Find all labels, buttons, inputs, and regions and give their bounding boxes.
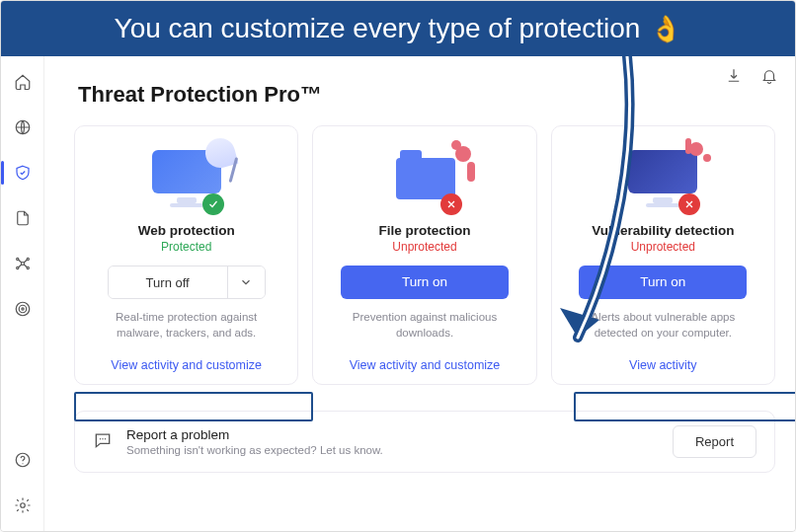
card-title: File protection	[331, 223, 517, 238]
report-button[interactable]: Report	[673, 425, 756, 458]
globe-icon	[14, 118, 32, 136]
status-protected: Protected	[93, 240, 279, 254]
target-icon	[14, 300, 32, 318]
card-description: Real-time protection against malware, tr…	[93, 309, 279, 341]
status-unprotected: Unprotected	[331, 240, 517, 254]
card-title: Vulnerability detection	[570, 223, 756, 238]
sidebar-item-home[interactable]	[9, 68, 37, 96]
file-protection-illustration	[331, 140, 517, 217]
report-problem-row: Report a problem Something isn't working…	[74, 411, 775, 473]
card-description: Alerts about vulnerable apps detected on…	[570, 309, 756, 341]
card-title: Web protection	[93, 223, 279, 238]
turn-off-dropdown[interactable]	[227, 266, 265, 298]
card-description: Prevention against malicious downloads.	[331, 309, 517, 341]
svg-point-14	[105, 438, 106, 439]
topbar	[724, 66, 779, 86]
svg-point-4	[16, 266, 18, 268]
chat-bubble-icon	[93, 430, 113, 454]
turn-on-button[interactable]: Turn on	[579, 266, 747, 299]
svg-point-13	[102, 438, 103, 439]
card-vulnerability-detection: Vulnerability detection Unprotected Turn…	[551, 125, 775, 385]
sidebar-item-globe[interactable]	[9, 114, 37, 141]
bell-icon	[760, 67, 778, 85]
download-icon	[725, 67, 743, 85]
sidebar-item-settings[interactable]	[9, 492, 37, 519]
turn-on-button[interactable]: Turn on	[341, 266, 509, 299]
svg-point-1	[21, 263, 24, 266]
card-web-protection: Web protection Protected Turn off Real-t…	[74, 125, 298, 385]
mesh-icon	[14, 255, 32, 272]
sidebar-item-help[interactable]	[9, 446, 37, 474]
sidebar	[1, 56, 44, 531]
home-icon	[14, 73, 32, 91]
notifications-button[interactable]	[759, 66, 779, 86]
svg-point-10	[22, 463, 23, 464]
download-button[interactable]	[724, 66, 744, 86]
vulnerability-illustration	[570, 140, 756, 217]
ok-hand-icon: 👌	[650, 14, 681, 44]
view-activity-customize-link[interactable]: View activity and customize	[75, 358, 297, 372]
svg-point-6	[16, 302, 30, 316]
svg-point-8	[21, 308, 23, 310]
chevron-down-icon	[239, 275, 253, 289]
svg-point-11	[20, 503, 25, 508]
svg-point-7	[19, 305, 27, 313]
x-badge-icon	[440, 193, 462, 215]
sidebar-item-target[interactable]	[9, 295, 37, 323]
shield-icon	[14, 164, 32, 182]
view-activity-link[interactable]: View activity	[552, 358, 774, 372]
help-icon	[14, 451, 32, 469]
report-subtitle: Something isn't working as expected? Let…	[126, 444, 659, 456]
turn-off-split-button[interactable]: Turn off	[108, 266, 266, 299]
content-area: Threat Protection Pro™ Web protection Pr…	[44, 56, 795, 531]
report-title: Report a problem	[126, 427, 659, 442]
card-file-protection: File protection Unprotected Turn on Prev…	[312, 125, 536, 385]
file-icon	[14, 209, 32, 227]
sidebar-item-mesh[interactable]	[9, 250, 37, 277]
gear-icon	[14, 496, 32, 514]
protection-cards: Web protection Protected Turn off Real-t…	[74, 125, 775, 385]
svg-point-2	[16, 258, 18, 260]
svg-point-5	[27, 266, 29, 268]
svg-point-3	[27, 258, 29, 260]
status-unprotected: Unprotected	[570, 240, 756, 254]
svg-point-12	[100, 438, 101, 439]
annotation-banner: You can customize every type of protecti…	[1, 1, 795, 56]
x-badge-icon	[678, 193, 700, 215]
page-title: Threat Protection Pro™	[78, 82, 795, 108]
sidebar-item-file[interactable]	[9, 204, 37, 232]
turn-off-button[interactable]: Turn off	[109, 266, 227, 298]
app-window: Threat Protection Pro™ Web protection Pr…	[1, 56, 795, 531]
web-protection-illustration	[93, 140, 279, 217]
annotation-banner-text: You can customize every type of protecti…	[115, 13, 641, 44]
view-activity-customize-link[interactable]: View activity and customize	[313, 358, 535, 372]
sidebar-item-shield[interactable]	[9, 159, 37, 187]
check-badge-icon	[202, 193, 224, 215]
